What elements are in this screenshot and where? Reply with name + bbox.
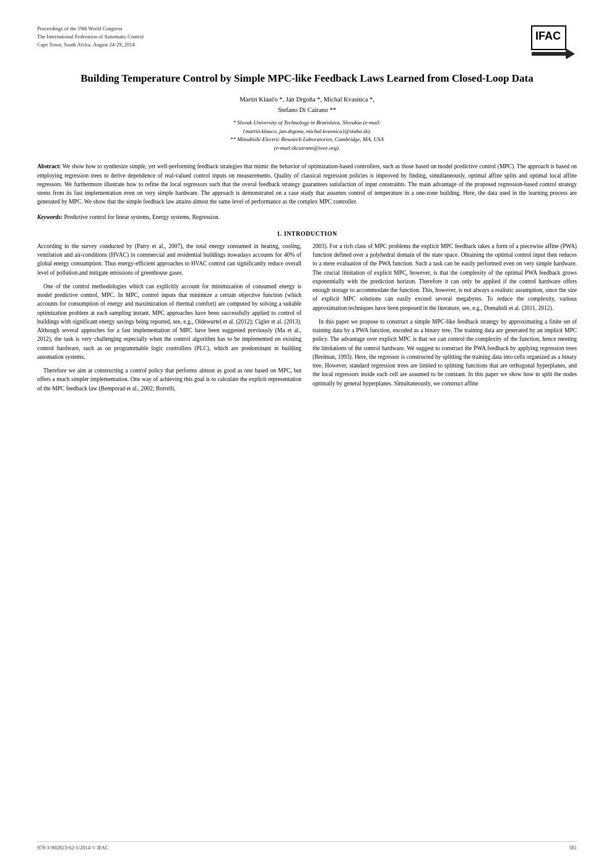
header: Proceedings of the 19th World Congress T… [37,25,577,60]
abstract-text: We show how to synthesize simple, yet we… [37,163,577,205]
right-para-2: In this paper we propose to construct a … [313,317,577,388]
right-para-1: 2003). For a rich class of MPC problems … [313,242,577,312]
left-para-3: Therefore we aim at constructing a contr… [37,366,301,393]
footer-right: 581 [569,844,577,851]
affiliations: * Slovak University of Technology in Bra… [37,119,577,152]
header-line3: Cape Town, South Africa. August 24-29, 2… [37,41,144,49]
authors-line2: Stefano Di Cairano ** [37,105,577,116]
right-column: 2003). For a rich class of MPC problems … [313,242,577,398]
ifac-logo: IFAC [530,25,577,60]
affil-line2: {martin.klauco, jan.drgona, michal.kvasn… [37,127,577,136]
abstract-section: Abstract: We show how to synthesize simp… [37,162,577,206]
authors-line1: Martin Klaučo *, Ján Drgoňa *, Michal Kv… [37,95,577,105]
left-para-2: One of the control methodologies which c… [37,282,301,361]
section1-title: 1. INTRODUCTION [37,230,577,237]
header-line2: The International Federation of Automati… [37,33,144,41]
footer-left: 978-3-902823-62-5/2014 © IFAC [37,844,108,851]
affil-line4: (e-mail:dicairano@ieee.org). [37,144,577,153]
paper-title: Building Temperature Control by Simple M… [37,71,577,86]
keywords-label: Keywords: [37,214,63,220]
header-line1: Proceedings of the 19th World Congress [37,25,144,33]
header-text: Proceedings of the 19th World Congress T… [37,25,144,48]
svg-text:IFAC: IFAC [535,30,561,42]
page: Proceedings of the 19th World Congress T… [0,0,614,868]
authors: Martin Klaučo *, Ján Drgoňa *, Michal Kv… [37,95,577,116]
two-column-body: According to the survey conducted by (Pa… [37,242,577,398]
title-section: Building Temperature Control by Simple M… [37,71,577,152]
left-para-1: According to the survey conducted by (Pa… [37,242,301,277]
affil-line3: ** Mitsubishi Electric Research Laborato… [37,135,577,144]
keywords-text: Predictive control for linear systems, E… [63,214,220,220]
abstract-label: Abstract: [37,163,61,170]
keywords-section: Keywords: Predictive control for linear … [37,213,577,221]
footer: 978-3-902823-62-5/2014 © IFAC 581 [37,841,577,851]
left-column: According to the survey conducted by (Pa… [37,242,301,398]
affil-line1: * Slovak University of Technology in Bra… [37,119,577,127]
